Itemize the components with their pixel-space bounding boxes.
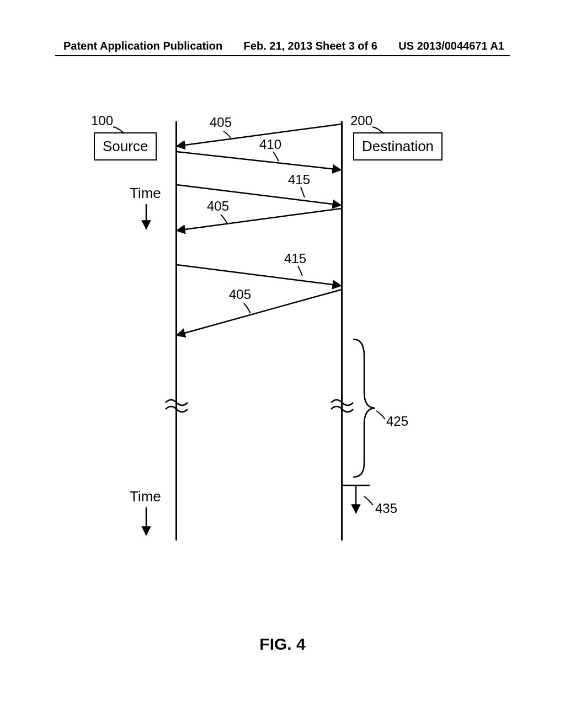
svg-line-1: [177, 152, 341, 170]
header-rule: [55, 55, 510, 56]
ref-405-3: 405: [229, 287, 251, 302]
svg-line-2: [177, 185, 341, 205]
ref-425: 425: [386, 414, 408, 429]
header-right: US 2013/0044671 A1: [398, 40, 504, 52]
sequence-diagram: Source Destination 100 200: [83, 110, 480, 607]
svg-line-4: [177, 265, 341, 286]
svg-line-3: [177, 208, 342, 231]
ref-405-1: 405: [210, 115, 232, 130]
ref-410: 410: [259, 137, 281, 152]
svg-line-5: [177, 290, 342, 335]
page-header: Patent Application Publication Feb. 21, …: [0, 40, 565, 52]
ref-415-1: 415: [288, 172, 310, 188]
ref-435: 435: [375, 501, 397, 516]
ref-405-2: 405: [207, 199, 229, 214]
time-label-1: Time: [130, 185, 161, 202]
header-left: Patent Application Publication: [63, 40, 222, 52]
time-label-2: Time: [130, 488, 161, 505]
figure-label: FIG. 4: [0, 635, 565, 654]
header-center: Feb. 21, 2013 Sheet 3 of 6: [244, 40, 377, 52]
ref-415-2: 415: [284, 251, 306, 266]
